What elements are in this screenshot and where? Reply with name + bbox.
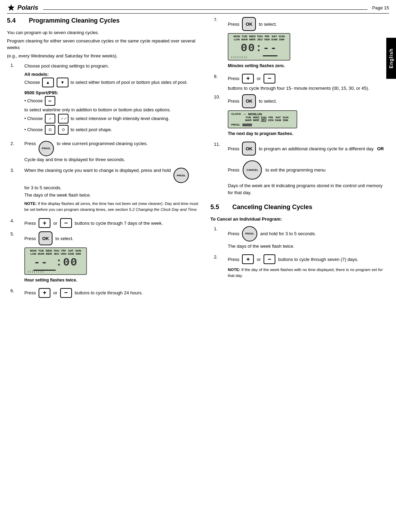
step-2-press: Press	[24, 141, 36, 146]
intensive-icon2[interactable]: ⟋⟋	[58, 114, 68, 124]
section55-step-1: 1. Press PROG. and hold for 3 to 5 secon…	[214, 226, 389, 251]
bullet2-text2: to select intensive or high intensity le…	[71, 116, 169, 121]
sport-title: 9500 Sport/P95:	[24, 90, 203, 95]
pool-shape-icon2[interactable]: ⬡	[58, 125, 68, 135]
step-2-text3: Cycle day and time is displayed for thre…	[24, 156, 203, 163]
step-1-content: Choose pool cleaning settings to program…	[24, 63, 203, 137]
sport-block: 9500 Sport/P95: • Choose ▭ to select wat…	[24, 90, 203, 135]
allmodels-text2: to select either bottom of pool or botto…	[71, 80, 188, 85]
step-11-row1: Press OK to program an additional cleani…	[228, 142, 389, 156]
prog-label-lcd: PROG.	[231, 123, 240, 126]
ok-button-step7[interactable]: OK	[242, 17, 256, 31]
s55-step-2-note: NOTE: If the day of the week flashes wit…	[228, 267, 389, 279]
clock-label: CLOCK	[231, 112, 241, 116]
step-6-row: Press + or − buttons to cycle through 24…	[24, 288, 203, 298]
step-2-num: 2.	[10, 141, 20, 146]
s55-step-1-content: Press PROG. and hold for 3 to 5 seconds.…	[228, 226, 389, 251]
minus-button-step6[interactable]: −	[60, 288, 72, 298]
lcd-min-wed: WEDMER	[249, 35, 256, 41]
arrow-down-icon[interactable]: ▼	[57, 78, 68, 87]
s55-step-2-num: 2.	[214, 254, 224, 260]
plus-button-step4[interactable]: +	[39, 218, 50, 228]
allmodels-block: All models: Choose ▲ ▼ to select either …	[24, 72, 203, 87]
lcd-min-fri: FRIVEN	[264, 35, 270, 41]
lcd-nextday-days: TUEMAR WEDMER THUJEU FRIVEN SATSAM SUNDI…	[245, 116, 288, 122]
ok-button-step10[interactable]: OK	[242, 94, 256, 108]
step-6-content: Press + or − buttons to cycle through 24…	[24, 288, 203, 298]
intensive-icon1[interactable]: ⟋	[45, 114, 55, 124]
step-3-note-text: If the display flashes all zeros, the ti…	[24, 201, 198, 212]
right-column: English 7. Press OK to select.	[210, 17, 389, 301]
intro-p1: You can program up to seven cleaning cyc…	[7, 29, 203, 36]
step-2-row: Press PROG. to view currrent programmed …	[24, 141, 203, 156]
lcd-day-sun: SUNDIM	[75, 249, 81, 256]
step-1-num: 1.	[10, 63, 20, 68]
step-4-text1: Press	[24, 221, 36, 226]
section55-container: 5.5 Canceling Cleaning Cycles To Cancel …	[210, 204, 389, 281]
lcd-min-sun: SUNDIM	[279, 35, 285, 41]
step-7-row: Press OK to select.	[228, 17, 389, 31]
svg-marker-0	[8, 4, 15, 11]
lcd-nextday-display: CLOCK — MONLUN TUEMAR WEDMER THUJEU FRIV…	[228, 110, 297, 129]
plus-button-step6[interactable]: +	[39, 288, 50, 298]
plus-button-s55-2[interactable]: +	[242, 254, 254, 264]
step-5-content: Press OK to select. MONLUN TUEMAR WEDMER…	[24, 231, 203, 285]
lcd-min-mon: MONLUN	[234, 35, 240, 41]
lcd-hour-caption: Hour setting flashes twice.	[24, 278, 203, 283]
ok-button-step5[interactable]: OK	[39, 231, 52, 245]
s55-step-1-text1: Press	[228, 231, 239, 236]
step-7-text2: to select.	[259, 22, 277, 27]
arrow-up-icon[interactable]: ▲	[42, 78, 54, 87]
step-5: 5. Press OK to select. MONLUN TUEMAR	[10, 231, 203, 285]
minus-button-step8[interactable]: −	[264, 74, 275, 84]
step-11-press-cancel: Press	[228, 167, 239, 173]
step-1-text: Choose pool cleaning settings to program…	[24, 63, 203, 70]
step-11-content: Press OK to program an additional cleani…	[228, 142, 389, 197]
step-3-text3: The days of the week flash twice.	[24, 192, 203, 199]
prog-button-step2[interactable]: PROG.	[39, 141, 54, 156]
section55-number: 5.5	[210, 204, 219, 211]
plus-button-step8[interactable]: +	[242, 74, 254, 84]
step-10-text1: Press	[228, 98, 239, 104]
step-7-text1: Press	[228, 22, 239, 27]
step-3-num: 3.	[10, 168, 20, 173]
step-6-text2: or	[53, 290, 57, 295]
header-line	[43, 9, 367, 10]
step-8-content: Press + or − buttons to cycle through fo…	[228, 74, 389, 91]
cancel-button[interactable]: CANCEL	[243, 160, 262, 180]
lcd-min-days: MONLUN TUEMAR WEDMER THUJEU FRIVEN SATSA…	[234, 35, 285, 41]
step-8-row: Press + or − buttons to cycle through fo…	[228, 74, 389, 91]
waterline-icon[interactable]: ▭	[45, 96, 55, 106]
step-2: 2. Press PROG. to view currrent programm…	[10, 141, 203, 165]
sport-bullet3: • Choose ⬠ ⬡ to select pool shape.	[24, 125, 203, 135]
polaris-logo-text: Polaris	[17, 4, 38, 11]
step-5-num: 5.	[10, 231, 20, 237]
minus-button-s55-2[interactable]: −	[264, 254, 275, 264]
pool-shape-icon1[interactable]: ⬠	[45, 125, 55, 135]
ok-button-step11[interactable]: OK	[242, 142, 256, 156]
s55-step-2-text3: buttons to cycle through seven (7) days.	[278, 257, 358, 262]
allmodels-title: All models:	[24, 72, 203, 77]
prog-indicator	[242, 124, 252, 126]
allmodels-desc: Choose ▲ ▼ to select either bottom of po…	[24, 78, 203, 87]
prog-button-s55-1[interactable]: PROG.	[242, 226, 257, 241]
intro-p3: (e.g., every Wednesday and Saturday for …	[7, 53, 203, 59]
s55-step-1-text2: and hold for 3 to 5 seconds.	[260, 231, 316, 236]
left-column: 5.4 Programming Cleaning Cycles You can …	[7, 17, 203, 301]
section55-subtitle: To Cancel an Individual Program:	[210, 216, 389, 223]
step-5-text2: to select.	[55, 236, 73, 241]
lcd-day-fri: FRIVEN	[60, 249, 66, 256]
s55-step-2-row: Press + or − buttons to cycle through se…	[228, 254, 389, 264]
polaris-star-icon	[7, 3, 15, 12]
s55-note-text: If the day of the week flashes with no t…	[228, 268, 383, 278]
lcd-min-caption: Minutes setting flashes zero.	[228, 63, 389, 68]
lcd-mon-label: MONLUN	[248, 112, 262, 116]
lcd-prog-row-display: PROG.	[231, 123, 294, 126]
prog-button-step3[interactable]: PROG.	[173, 168, 189, 183]
step-7-content: Press OK to select. MONLUN TUEMAR WEDMER…	[228, 17, 389, 70]
lcd-nd-fri: FRIVEN	[268, 116, 274, 122]
minus-button-step4[interactable]: −	[60, 218, 72, 228]
step-6-num: 6.	[10, 288, 20, 293]
page-container: Polaris Page 15 5.4 Programming Cleaning…	[0, 0, 396, 308]
step-11-text3: to exit the programming menu	[265, 167, 325, 173]
